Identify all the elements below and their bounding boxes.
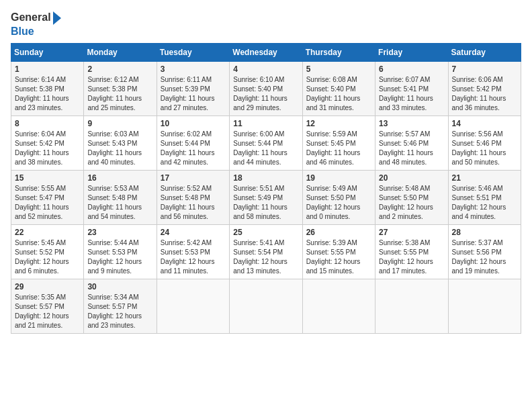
day-info: Sunrise: 5:44 AM Sunset: 5:53 PM Dayligh…: [87, 238, 152, 276]
day-number: 6: [379, 64, 444, 74]
calendar-cell: 24 Sunrise: 5:42 AM Sunset: 5:53 PM Dayl…: [157, 224, 229, 279]
calendar-cell: 25 Sunrise: 5:41 AM Sunset: 5:54 PM Dayl…: [230, 224, 302, 279]
day-info: Sunrise: 5:46 AM Sunset: 5:51 PM Dayligh…: [452, 184, 517, 222]
day-info: Sunrise: 6:06 AM Sunset: 5:42 PM Dayligh…: [452, 75, 517, 113]
logo: General Blue: [11, 11, 61, 38]
calendar-cell: 16 Sunrise: 5:53 AM Sunset: 5:48 PM Dayl…: [84, 170, 157, 224]
calendar-cell: 13 Sunrise: 5:57 AM Sunset: 5:46 PM Dayl…: [375, 116, 448, 170]
day-number: 11: [233, 119, 298, 128]
calendar-cell: 19 Sunrise: 5:49 AM Sunset: 5:50 PM Dayl…: [302, 170, 375, 224]
day-number: 17: [161, 173, 226, 183]
calendar-cell: 3 Sunrise: 6:11 AM Sunset: 5:39 PM Dayli…: [157, 61, 229, 116]
day-info: Sunrise: 5:56 AM Sunset: 5:46 PM Dayligh…: [452, 130, 517, 167]
day-number: 9: [87, 119, 152, 128]
day-info: Sunrise: 6:00 AM Sunset: 5:44 PM Dayligh…: [233, 130, 298, 167]
day-number: 26: [306, 228, 371, 237]
day-number: 20: [379, 173, 444, 183]
day-info: Sunrise: 6:07 AM Sunset: 5:41 PM Dayligh…: [379, 75, 444, 113]
day-number: 13: [379, 119, 444, 128]
calendar-cell: 18 Sunrise: 5:51 AM Sunset: 5:49 PM Dayl…: [230, 170, 302, 224]
calendar-cell: 8 Sunrise: 6:04 AM Sunset: 5:42 PM Dayli…: [11, 116, 84, 170]
day-info: Sunrise: 5:39 AM Sunset: 5:55 PM Dayligh…: [306, 238, 371, 276]
calendar-cell: 10 Sunrise: 6:02 AM Sunset: 5:44 PM Dayl…: [157, 116, 229, 170]
day-info: Sunrise: 6:12 AM Sunset: 5:38 PM Dayligh…: [87, 75, 152, 113]
calendar-cell: 7 Sunrise: 6:06 AM Sunset: 5:42 PM Dayli…: [448, 61, 521, 116]
day-number: 29: [15, 282, 80, 291]
calendar-cell: 23 Sunrise: 5:44 AM Sunset: 5:53 PM Dayl…: [84, 224, 157, 279]
day-info: Sunrise: 5:42 AM Sunset: 5:53 PM Dayligh…: [161, 238, 226, 276]
day-header-thursday: Thursday: [302, 43, 375, 61]
day-number: 21: [452, 173, 517, 183]
calendar-cell: 14 Sunrise: 5:56 AM Sunset: 5:46 PM Dayl…: [448, 116, 521, 170]
calendar-cell: [230, 279, 302, 333]
day-info: Sunrise: 6:02 AM Sunset: 5:44 PM Dayligh…: [161, 130, 226, 167]
day-info: Sunrise: 6:10 AM Sunset: 5:40 PM Dayligh…: [233, 75, 298, 113]
day-info: Sunrise: 5:34 AM Sunset: 5:57 PM Dayligh…: [87, 293, 152, 330]
day-info: Sunrise: 6:11 AM Sunset: 5:39 PM Dayligh…: [161, 75, 226, 113]
day-number: 7: [452, 64, 517, 74]
calendar-cell: [302, 279, 375, 333]
day-number: 8: [15, 119, 80, 128]
calendar-cell: 29 Sunrise: 5:35 AM Sunset: 5:57 PM Dayl…: [11, 279, 84, 333]
day-header-monday: Monday: [84, 43, 157, 61]
calendar-cell: 21 Sunrise: 5:46 AM Sunset: 5:51 PM Dayl…: [448, 170, 521, 224]
day-number: 1: [15, 64, 80, 74]
calendar-cell: 15 Sunrise: 5:55 AM Sunset: 5:47 PM Dayl…: [11, 170, 84, 224]
calendar-cell: 27 Sunrise: 5:38 AM Sunset: 5:55 PM Dayl…: [375, 224, 448, 279]
calendar-cell: 28 Sunrise: 5:37 AM Sunset: 5:56 PM Dayl…: [448, 224, 521, 279]
calendar-cell: 1 Sunrise: 6:14 AM Sunset: 5:38 PM Dayli…: [11, 61, 84, 116]
calendar-cell: 30 Sunrise: 5:34 AM Sunset: 5:57 PM Dayl…: [84, 279, 157, 333]
calendar-cell: 9 Sunrise: 6:03 AM Sunset: 5:43 PM Dayli…: [84, 116, 157, 170]
day-info: Sunrise: 5:49 AM Sunset: 5:50 PM Dayligh…: [306, 184, 371, 222]
calendar-cell: 5 Sunrise: 6:08 AM Sunset: 5:40 PM Dayli…: [302, 61, 375, 116]
day-info: Sunrise: 6:08 AM Sunset: 5:40 PM Dayligh…: [306, 75, 371, 113]
day-info: Sunrise: 5:59 AM Sunset: 5:45 PM Dayligh…: [306, 130, 371, 167]
day-number: 4: [233, 64, 298, 74]
day-number: 3: [161, 64, 226, 74]
day-info: Sunrise: 6:04 AM Sunset: 5:42 PM Dayligh…: [15, 130, 80, 167]
calendar-cell: [157, 279, 229, 333]
day-header-saturday: Saturday: [448, 43, 521, 61]
day-number: 25: [233, 228, 298, 237]
day-number: 16: [87, 173, 152, 183]
day-number: 27: [379, 228, 444, 237]
day-number: 23: [87, 228, 152, 237]
day-header-sunday: Sunday: [11, 43, 84, 61]
calendar-cell: 22 Sunrise: 5:45 AM Sunset: 5:52 PM Dayl…: [11, 224, 84, 279]
calendar-cell: 20 Sunrise: 5:48 AM Sunset: 5:50 PM Dayl…: [375, 170, 448, 224]
day-info: Sunrise: 6:03 AM Sunset: 5:43 PM Dayligh…: [87, 130, 152, 167]
day-info: Sunrise: 5:55 AM Sunset: 5:47 PM Dayligh…: [15, 184, 80, 222]
calendar-cell: 6 Sunrise: 6:07 AM Sunset: 5:41 PM Dayli…: [375, 61, 448, 116]
day-info: Sunrise: 5:57 AM Sunset: 5:46 PM Dayligh…: [379, 130, 444, 167]
day-number: 5: [306, 64, 371, 74]
day-info: Sunrise: 6:14 AM Sunset: 5:38 PM Dayligh…: [15, 75, 80, 113]
day-number: 12: [306, 119, 371, 128]
day-number: 15: [15, 173, 80, 183]
calendar-cell: [375, 279, 448, 333]
day-info: Sunrise: 5:35 AM Sunset: 5:57 PM Dayligh…: [15, 293, 80, 330]
day-number: 2: [87, 64, 152, 74]
header: General Blue: [11, 11, 521, 38]
day-info: Sunrise: 5:41 AM Sunset: 5:54 PM Dayligh…: [233, 238, 298, 276]
day-number: 22: [15, 228, 80, 237]
calendar-cell: 17 Sunrise: 5:52 AM Sunset: 5:48 PM Dayl…: [157, 170, 229, 224]
calendar-cell: 26 Sunrise: 5:39 AM Sunset: 5:55 PM Dayl…: [302, 224, 375, 279]
day-info: Sunrise: 5:53 AM Sunset: 5:48 PM Dayligh…: [87, 184, 152, 222]
day-info: Sunrise: 5:51 AM Sunset: 5:49 PM Dayligh…: [233, 184, 298, 222]
calendar-table: SundayMondayTuesdayWednesdayThursdayFrid…: [11, 43, 521, 334]
day-info: Sunrise: 5:45 AM Sunset: 5:52 PM Dayligh…: [15, 238, 80, 276]
day-info: Sunrise: 5:38 AM Sunset: 5:55 PM Dayligh…: [379, 238, 444, 276]
day-number: 28: [452, 228, 517, 237]
calendar-cell: 4 Sunrise: 6:10 AM Sunset: 5:40 PM Dayli…: [230, 61, 302, 116]
day-number: 24: [161, 228, 226, 237]
calendar-cell: 11 Sunrise: 6:00 AM Sunset: 5:44 PM Dayl…: [230, 116, 302, 170]
calendar-cell: [448, 279, 521, 333]
day-number: 19: [306, 173, 371, 183]
day-number: 18: [233, 173, 298, 183]
day-number: 10: [161, 119, 226, 128]
day-info: Sunrise: 5:48 AM Sunset: 5:50 PM Dayligh…: [379, 184, 444, 222]
calendar-cell: 2 Sunrise: 6:12 AM Sunset: 5:38 PM Dayli…: [84, 61, 157, 116]
calendar-cell: 12 Sunrise: 5:59 AM Sunset: 5:45 PM Dayl…: [302, 116, 375, 170]
day-info: Sunrise: 5:37 AM Sunset: 5:56 PM Dayligh…: [452, 238, 517, 276]
day-header-tuesday: Tuesday: [157, 43, 229, 61]
